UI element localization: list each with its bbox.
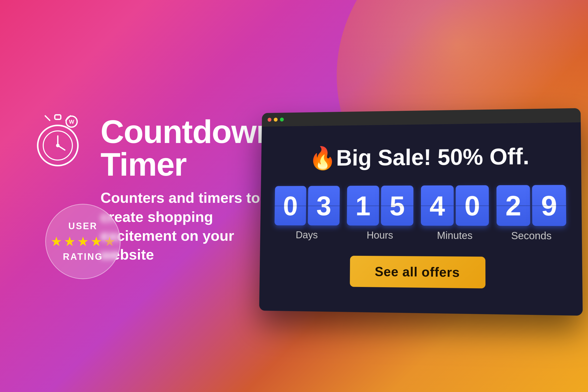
star-4: ★ — [90, 234, 102, 249]
seconds-tens: 2 — [497, 185, 530, 226]
timer-icon: W — [30, 113, 85, 168]
star-2: ★ — [64, 234, 76, 249]
star-1: ★ — [51, 234, 62, 249]
title-area: Countdown Timer Counters and timers to c… — [101, 113, 276, 264]
countdown-days: 0 3 Days — [274, 186, 340, 240]
minutes-tens: 4 — [421, 185, 454, 226]
svg-rect-2 — [55, 115, 61, 119]
browser-dot-red — [268, 118, 271, 122]
minutes-digit-pair: 4 0 — [421, 185, 489, 226]
hours-ones: 5 — [381, 185, 413, 226]
minutes-label: Minutes — [437, 230, 473, 241]
countdown-row: 0 3 Days 1 5 Hours — [274, 185, 566, 242]
browser-mockup: 🔥Big Sale! 50% Off. 0 3 Days 1 — [259, 108, 583, 316]
user-rating-badge: USER ★ ★ ★ ★ ★ RATING — [45, 204, 121, 279]
page-background: W Count — [0, 0, 588, 392]
browser-mockup-container: 🔥Big Sale! 50% Off. 0 3 Days 1 — [256, 110, 578, 312]
seconds-ones: 9 — [532, 185, 566, 226]
days-ones: 3 — [308, 186, 340, 225]
countdown-minutes: 4 0 Minutes — [421, 185, 489, 241]
browser-content: 🔥Big Sale! 50% Off. 0 3 Days 1 — [259, 122, 583, 316]
minutes-ones: 0 — [456, 185, 489, 226]
hours-label: Hours — [367, 229, 393, 241]
plugin-title: Countdown Timer — [101, 115, 276, 181]
browser-dot-yellow — [274, 118, 277, 122]
rating-stars: ★ ★ ★ ★ ★ — [51, 234, 116, 249]
rating-label-top: USER — [68, 221, 97, 231]
svg-text:W: W — [69, 119, 74, 125]
plugin-subtitle: Counters and timers to create shopping e… — [101, 188, 276, 264]
browser-dot-green — [280, 118, 284, 122]
countdown-seconds: 2 9 Seconds — [497, 185, 566, 242]
star-5: ★ — [104, 234, 116, 249]
sale-title: 🔥Big Sale! 50% Off. — [309, 143, 529, 171]
days-digit-pair: 0 3 — [274, 186, 340, 225]
hours-digit-pair: 1 5 — [347, 185, 413, 226]
svg-point-9 — [56, 144, 60, 147]
star-3: ★ — [77, 234, 89, 249]
countdown-hours: 1 5 Hours — [347, 185, 413, 241]
rating-label-bottom: RATING — [63, 252, 103, 262]
days-tens: 0 — [274, 186, 306, 225]
hours-tens: 1 — [347, 186, 379, 226]
see-all-offers-button[interactable]: See all offers — [350, 256, 485, 288]
seconds-digit-pair: 2 9 — [497, 185, 566, 226]
days-label: Days — [296, 229, 318, 241]
seconds-label: Seconds — [511, 230, 552, 242]
svg-line-3 — [45, 116, 50, 120]
left-content: W Count — [30, 113, 256, 279]
